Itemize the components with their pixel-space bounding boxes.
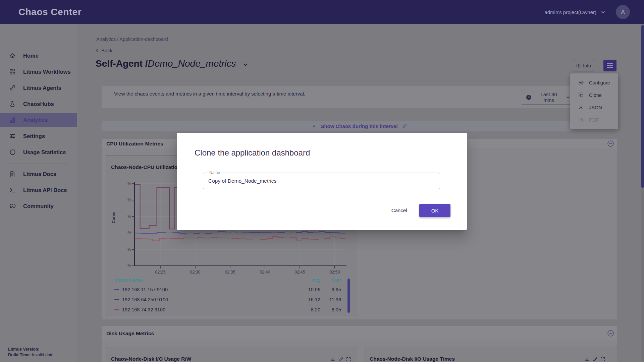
- metric-name: 192.168.74.32:9100: [122, 307, 165, 312]
- time-interval-banner: View the chaos events and metrics in a g…: [102, 86, 617, 108]
- svg-text:15 %: 15 %: [126, 214, 131, 219]
- svg-text:02:40: 02:40: [260, 270, 270, 275]
- ok-button[interactable]: OK: [419, 204, 450, 217]
- svg-text:20 %: 20 %: [126, 198, 131, 202]
- chevron-down-icon[interactable]: [242, 61, 249, 68]
- flask-icon: [9, 101, 16, 107]
- metric-curr: 9.95: [320, 287, 341, 292]
- menu-item-json[interactable]: JSON: [570, 101, 618, 114]
- home-icon: [9, 52, 16, 59]
- sidebar-item-home[interactable]: Home: [0, 49, 77, 62]
- metric-avg: 10.06: [300, 287, 320, 292]
- sidebar-item-analytics[interactable]: Analytics: [0, 113, 77, 127]
- name-input[interactable]: [208, 173, 433, 189]
- metric-curr: 8.05: [320, 307, 341, 312]
- menu-item-configure[interactable]: Configure: [570, 76, 618, 89]
- page-title: Self-Agent / Demo_Node_metrics: [96, 58, 249, 69]
- list-icon[interactable]: [330, 357, 336, 362]
- agent-name: Self-Agent /: [96, 58, 148, 69]
- scrollbar-thumb[interactable]: [641, 25, 644, 188]
- time-range-select[interactable]: Last 30 mins: [521, 90, 575, 105]
- svg-text:02:50: 02:50: [329, 270, 340, 275]
- sidebar-item-litmus-agents[interactable]: Litmus Agents: [0, 81, 77, 95]
- collapse-icon[interactable]: [607, 140, 614, 147]
- metric-avg: 16.12: [300, 297, 320, 302]
- community-icon: [9, 203, 16, 209]
- collapse-icon[interactable]: [607, 329, 614, 337]
- metric-name: 192.168.11.157:9100: [122, 287, 168, 292]
- info-icon: [576, 63, 581, 68]
- svg-text:25 %: 25 %: [126, 181, 131, 186]
- back-button[interactable]: Back: [95, 48, 112, 53]
- workflows-icon: [9, 68, 16, 75]
- page-scrollbar[interactable]: [641, 24, 644, 362]
- settings-icon: [9, 133, 16, 139]
- menu-item-clone[interactable]: Clone: [570, 89, 618, 101]
- sidebar-item-litmus-api-docs[interactable]: Litmus API Docs: [0, 183, 77, 197]
- back-label: Back: [101, 48, 112, 53]
- sidebar: Home Litmus Workflows Litmus Agents Chao…: [0, 24, 77, 362]
- metric-avg: 8.20: [300, 307, 320, 312]
- sidebar-item-settings[interactable]: Settings: [0, 129, 77, 143]
- sidebar-item-usage-statistics[interactable]: Usage Statistics: [0, 145, 77, 159]
- svg-text:02:25: 02:25: [155, 270, 165, 275]
- sidebar-item-chaoshubs[interactable]: ChaosHubs: [0, 97, 77, 111]
- disk-rw-title: Chaos-Node-Disk I/O Usage R/W: [111, 356, 191, 362]
- cpu-chart-title: Chaos-Node-CPU Utilization: [111, 164, 181, 170]
- project-selector[interactable]: admin's project(Owner): [544, 9, 596, 15]
- app-title: Chaos Center: [18, 7, 82, 17]
- metric-name: 192.168.64.250:9100: [122, 297, 168, 302]
- series-color-swatch: [114, 299, 119, 300]
- clock-icon: [526, 94, 532, 101]
- show-chaos-toggle[interactable]: Show Chaos during this interval: [102, 121, 617, 131]
- disk-metrics-panel: Disk Usage Metrics Chaos-Node-Disk I/O U…: [102, 326, 617, 362]
- sidebar-item-litmus-docs[interactable]: Litmus Docs: [0, 167, 77, 181]
- avatar[interactable]: A: [616, 5, 630, 19]
- usage-icon: [9, 149, 16, 156]
- table-row[interactable]: 192.168.11.157:9100 10.06 9.95: [114, 285, 341, 295]
- sidebar-divider: [8, 164, 69, 164]
- info-label: Info: [583, 63, 591, 68]
- info-button[interactable]: Info: [573, 60, 594, 71]
- terminal-icon: [9, 187, 16, 193]
- menu-item-pdf: PDF: [570, 114, 618, 126]
- chevron-left-icon: [95, 48, 99, 53]
- build-value: Invalid date: [32, 353, 53, 357]
- breadcrumb[interactable]: Analytics / Application-dashboard: [96, 37, 168, 42]
- sidebar-item-community[interactable]: Community: [0, 199, 77, 213]
- chart-ylabel: Cores: [111, 201, 116, 234]
- list-icon[interactable]: [585, 357, 590, 362]
- table-row[interactable]: 192.168.64.250:9100 16.12 11.36: [114, 295, 341, 305]
- time-range-value: Last 30 mins: [536, 92, 562, 103]
- gear-icon: [578, 80, 584, 85]
- cancel-button[interactable]: Cancel: [384, 204, 414, 217]
- svg-text:5 %: 5 %: [126, 247, 131, 252]
- expand-icon[interactable]: [600, 357, 605, 362]
- expand-icon[interactable]: [346, 357, 351, 362]
- name-field: Name: [203, 173, 440, 189]
- table-scrollbar[interactable]: [347, 279, 350, 313]
- agents-icon: [9, 84, 16, 91]
- disk-times-title: Chaos-Node-Disk I/O Usage Times: [370, 356, 455, 362]
- table-row[interactable]: 192.168.74.32:9100 8.20 8.05: [114, 305, 341, 315]
- docs-icon: [9, 171, 16, 177]
- dialog-title: Clone the application dashboard: [195, 148, 310, 158]
- pencil-icon[interactable]: [338, 357, 343, 362]
- download-icon: [578, 105, 584, 110]
- chevron-down-icon[interactable]: [600, 9, 606, 15]
- metric-curr: 11.36: [320, 297, 341, 302]
- svg-text:10 %: 10 %: [126, 231, 131, 235]
- svg-text:02:35: 02:35: [225, 270, 235, 275]
- pencil-icon[interactable]: [592, 357, 598, 362]
- build-label: Build Time:: [8, 353, 31, 357]
- pencil-icon[interactable]: [402, 124, 407, 129]
- caret-down-icon: [312, 124, 316, 129]
- col-avg: Avg: [300, 278, 320, 283]
- app-header: Chaos Center admin's project(Owner) A: [0, 0, 644, 24]
- metric-table: Metric Name Avg Curr192.168.11.157:9100 …: [114, 276, 341, 315]
- clone-icon: [578, 92, 584, 98]
- dashboard-menu-button[interactable]: [603, 60, 616, 71]
- sidebar-item-litmus-workflows[interactable]: Litmus Workflows: [0, 65, 77, 78]
- dashboard-menu: Configure Clone JSON PDF: [570, 73, 618, 129]
- disk-times-card: Chaos-Node-Disk I/O Usage Times: [365, 347, 617, 362]
